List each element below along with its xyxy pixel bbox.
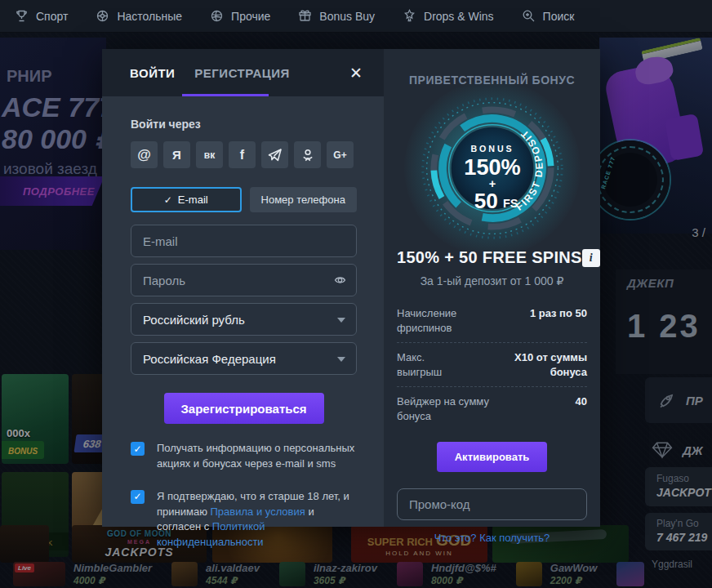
mailru-login-button[interactable]: @ — [131, 141, 158, 168]
detail-row-wager: Вейджер на сумму бонуса 40 — [397, 387, 587, 430]
marketing-consent-label: Получать информацию о персональных акция… — [157, 441, 357, 472]
yandex-login-button[interactable]: Я — [163, 141, 190, 168]
badge-percent: 150% — [464, 154, 520, 180]
detail-row-maxwin: Макс. выигрыш X10 от суммы бонуса — [397, 343, 587, 387]
promo-code-wrap — [397, 488, 587, 520]
nav-item-sport[interactable]: Спорт — [15, 9, 68, 23]
nav-item-table-games[interactable]: Настольные — [96, 9, 182, 23]
auth-modal: ВОЙТИ РЕГИСТРАЦИЯ ✕ Войти через @ Я вк f — [102, 49, 600, 527]
nav-label: Спорт — [36, 10, 68, 23]
detail-label: Начисление фриспинов — [397, 306, 511, 335]
nav-item-other[interactable]: Прочие — [210, 9, 270, 23]
method-email-button[interactable]: ✓ E-mail — [131, 187, 242, 212]
consent-marketing-row: ✓ Получать информацию о персональных акц… — [131, 441, 357, 472]
modal-tabs-header: ВОЙТИ РЕГИСТРАЦИЯ ✕ — [102, 49, 384, 96]
odnoklassniki-icon — [300, 148, 315, 163]
badge-bonus-word: BONUS — [470, 144, 514, 154]
bonus-details-table: Начисление фриспинов 1 раз по 50 Макс. в… — [397, 299, 587, 430]
tab-register[interactable]: РЕГИСТРАЦИЯ — [194, 66, 289, 80]
detail-label: Макс. выигрыш — [397, 350, 470, 379]
close-icon[interactable]: ✕ — [349, 65, 363, 81]
info-icon[interactable]: i — [582, 249, 600, 267]
nav-label: Bonus Buy — [319, 10, 375, 23]
nav-item-search[interactable]: Поиск — [522, 9, 575, 23]
nav-label: Поиск — [543, 10, 575, 23]
nav-label: Прочие — [231, 10, 270, 23]
star-trophy-icon — [403, 9, 416, 23]
facebook-login-button[interactable]: f — [229, 141, 256, 168]
detail-value: X10 от суммы бонуса — [478, 350, 587, 379]
promo-help-link[interactable]: Что это? Как получить? — [397, 532, 587, 544]
password-field-wrap — [131, 264, 357, 296]
consent-terms-row: ✓ Я подтверждаю, что я старше 18 лет, и … — [131, 489, 357, 550]
terms-link[interactable]: Правила и условия — [211, 506, 305, 518]
nav-label: Настольные — [117, 10, 182, 23]
currency-value: Российский рубль — [143, 313, 245, 327]
promo-code-input[interactable] — [397, 488, 587, 520]
telegram-icon — [267, 147, 283, 163]
chevron-down-icon — [337, 357, 345, 362]
terms-consent-label: Я подтверждаю, что я старше 18 лет, и пр… — [157, 489, 357, 550]
method-phone-label: Номер телефона — [261, 194, 345, 206]
currency-select[interactable]: Российский рубль — [131, 303, 357, 336]
search-icon — [522, 9, 536, 23]
login-via-label: Войти через — [131, 118, 357, 131]
social-login-row: @ Я вк f G+ — [131, 141, 357, 168]
detail-label: Вейджер на сумму бонуса — [397, 394, 511, 423]
bonus-subtitle: За 1-ый депозит от 1 000 ₽ — [397, 274, 587, 287]
marketing-checkbox[interactable]: ✓ — [131, 442, 145, 456]
signup-method-toggle: ✓ E-mail Номер телефона — [131, 187, 357, 212]
email-field-wrap — [131, 225, 357, 257]
check-icon: ✓ — [164, 194, 172, 206]
bonus-badge: BONUS 150% + 50 FS FIRST DEPOSIT — [417, 93, 567, 243]
top-nav: Спорт Настольные Прочие Bonus Buy Drops … — [0, 0, 712, 33]
tab-login[interactable]: ВОЙТИ — [130, 66, 175, 80]
password-field[interactable] — [131, 264, 357, 296]
activate-button[interactable]: Активировать — [437, 442, 548, 472]
country-select[interactable]: Российская Федерация — [131, 342, 357, 375]
nav-label: Drops & Wins — [424, 10, 494, 23]
roulette-icon — [96, 9, 109, 23]
country-value: Российская Федерация — [143, 352, 276, 366]
show-password-toggle[interactable] — [333, 274, 347, 287]
terms-checkbox[interactable]: ✓ — [131, 490, 145, 504]
nav-item-drops-wins[interactable]: Drops & Wins — [403, 9, 494, 23]
bonus-badge-art: BONUS 150% + 50 FS FIRST DEPOSIT — [417, 93, 567, 243]
badge-fs-number: 50 — [474, 189, 497, 213]
active-tab-underline — [182, 94, 269, 96]
detail-value: 1 раз по 50 — [530, 306, 587, 321]
google-plus-login-button[interactable]: G+ — [327, 141, 354, 168]
method-phone-button[interactable]: Номер телефона — [250, 187, 358, 212]
detail-row-freespins: Начисление фриспинов 1 раз по 50 — [397, 299, 587, 343]
telegram-login-button[interactable] — [261, 141, 288, 168]
gift-icon — [298, 9, 312, 23]
eye-icon — [333, 274, 347, 287]
registration-panel: ВОЙТИ РЕГИСТРАЦИЯ ✕ Войти через @ Я вк f — [102, 49, 384, 527]
vk-login-button[interactable]: вк — [196, 141, 223, 168]
method-email-label: E-mail — [178, 194, 208, 206]
welcome-bonus-panel: ПРИВЕТСТВЕННЫЙ БОНУС BONUS 150% — [384, 49, 600, 527]
chevron-down-icon — [337, 318, 345, 323]
trophy-icon — [15, 9, 29, 23]
ball-icon — [210, 9, 224, 23]
email-field[interactable] — [131, 225, 357, 257]
odnoklassniki-login-button[interactable] — [294, 141, 321, 168]
register-button[interactable]: Зарегистрироваться — [164, 393, 324, 424]
nav-item-bonus-buy[interactable]: Bonus Buy — [298, 9, 375, 23]
detail-value: 40 — [576, 394, 587, 409]
